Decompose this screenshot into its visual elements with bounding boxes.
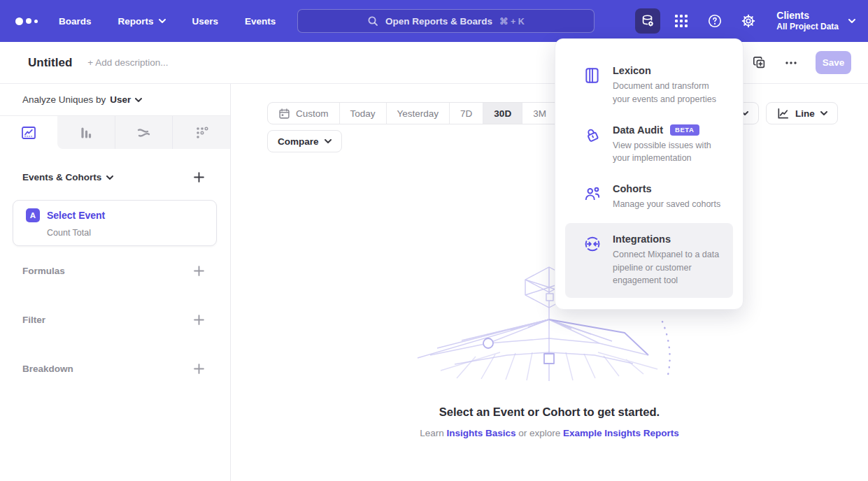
lexicon-book-icon [583,65,602,106]
example-reports-link[interactable]: Example Insights Reports [563,428,679,438]
duplicate-button[interactable] [753,56,767,70]
tab-flow-chart[interactable] [115,116,173,149]
chevron-down-icon [159,19,166,23]
date-range-7d[interactable]: 7D [449,103,483,124]
nav-right-actions: Clients All Project Data [635,0,855,42]
beta-badge: BETA [670,124,699,136]
tab-metric-grid[interactable] [172,116,230,149]
mixpanel-insights-screen: Boards Reports Users Events Open Reports… [0,0,868,481]
duplicate-icon [753,56,767,70]
data-audit-lock-icon [583,124,602,166]
event-letter-badge: A [26,208,40,222]
add-description-field[interactable]: + Add description... [87,57,168,68]
settings-button[interactable] [736,8,761,34]
menu-item-integrations[interactable]: Integrations Connect Mixpanel to a data … [565,223,733,298]
date-range-30d-selected[interactable]: 30D [483,103,522,124]
count-total-selector[interactable]: Count Total [47,228,206,238]
menu-item-title: Lexicon [613,65,727,76]
date-range-custom-label: Custom [296,108,329,119]
project-name: All Project Data [776,22,839,33]
plus-icon [193,363,205,375]
menu-item-title: Data Audit [613,124,663,136]
add-breakdown-button[interactable] [193,363,205,375]
chevron-down-icon [848,19,855,23]
insights-basics-link[interactable]: Insights Basics [446,428,515,438]
chart-type-tabs-inactive [57,116,230,149]
data-management-menu: Lexicon Document and transform your even… [555,38,744,310]
menu-item-description: View possible issues with your implement… [613,139,727,166]
analyze-label: Analyze Uniques by [22,94,106,105]
date-range-yesterday-label: Yesterday [397,108,439,119]
nav-events-label: Events [245,16,276,27]
events-cohorts-label: Events & Cohorts [22,172,101,182]
formulas-label: Formulas [22,266,65,276]
date-range-3m-label: 3M [533,108,546,119]
nav-events[interactable]: Events [245,16,276,27]
date-range-3m[interactable]: 3M [522,103,557,124]
date-range-custom[interactable]: Custom [268,103,339,124]
plus-icon [193,314,205,326]
chevron-down-icon [820,111,827,115]
empty-state-links: Learn Insights Basics or explore Example… [231,428,868,438]
integrations-sync-icon [583,234,602,287]
menu-item-lexicon[interactable]: Lexicon Document and transform your even… [555,56,743,115]
empty-state-heading: Select an Event or Cohort to get started… [231,405,868,419]
search-placeholder: Open Reports & Boards [385,16,492,27]
line-chart-icon [20,124,37,141]
events-cohorts-header[interactable]: Events & Cohorts [22,172,113,182]
select-event-card[interactable]: A Select Event Count Total [13,200,217,246]
analyze-uniques-row: Analyze Uniques by User [0,84,230,116]
filter-section: Filter [22,314,205,326]
menu-item-data-audit[interactable]: Data Audit BETA View possible issues wit… [555,115,743,175]
date-range-7d-label: 7D [460,108,472,119]
global-search-input[interactable]: Open Reports & Boards ⌘ + K [297,9,595,33]
project-selector[interactable]: Clients All Project Data [776,9,855,33]
add-event-button[interactable] [193,171,205,183]
learn-text: Learn [420,428,446,438]
nav-users[interactable]: Users [192,16,219,27]
or-explore-text: or explore [515,428,563,438]
formulas-section: Formulas [22,265,205,277]
org-name: Clients [776,9,839,22]
date-range-control: Custom Today Yesterday 7D 30D 3M 6M [267,102,592,124]
more-options-button[interactable] [785,57,797,69]
breakdown-section: Breakdown [22,363,205,375]
help-button[interactable] [702,8,727,34]
grid-icon [674,14,688,28]
tab-bar-chart[interactable] [57,116,115,149]
compare-button[interactable]: Compare [267,130,342,152]
chart-style-selector[interactable]: Line [766,102,838,124]
database-gear-icon [640,13,655,29]
menu-item-description: Document and transform your events and p… [613,80,727,106]
report-title[interactable]: Untitled [28,56,72,70]
bar-chart-icon [78,124,94,141]
analyze-by-selector[interactable]: User [110,94,142,105]
menu-item-cohorts[interactable]: Cohorts Manage your saved cohorts [555,174,743,220]
apps-grid-button[interactable] [669,8,694,34]
top-navigation: Boards Reports Users Events Open Reports… [0,0,868,42]
report-canvas: Custom Today Yesterday 7D 30D 3M 6M Comp… [231,84,868,481]
nav-users-label: Users [192,16,219,27]
add-filter-button[interactable] [193,314,205,326]
nav-boards-label: Boards [59,16,92,27]
calendar-icon [278,108,290,120]
query-builder-sidebar: Analyze Uniques by User [0,84,231,481]
flow-icon [136,124,152,141]
data-management-button[interactable] [635,8,660,34]
save-button[interactable]: Save [816,51,851,74]
chart-type-tabs [0,116,230,149]
compare-label: Compare [278,136,319,147]
select-event-label[interactable]: Select Event [47,210,105,221]
nav-reports[interactable]: Reports [118,16,166,27]
add-formula-button[interactable] [193,265,205,277]
date-range-30d-label: 30D [494,108,511,119]
mixpanel-logo-icon[interactable] [15,17,38,25]
nav-boards[interactable]: Boards [59,16,92,27]
date-range-yesterday[interactable]: Yesterday [386,103,450,124]
chevron-down-icon [325,139,332,143]
chevron-down-icon [106,175,113,180]
menu-item-description: Manage your saved cohorts [613,198,720,211]
gear-icon [741,13,756,29]
tab-insights-line[interactable] [0,116,57,149]
date-range-today[interactable]: Today [339,103,386,124]
